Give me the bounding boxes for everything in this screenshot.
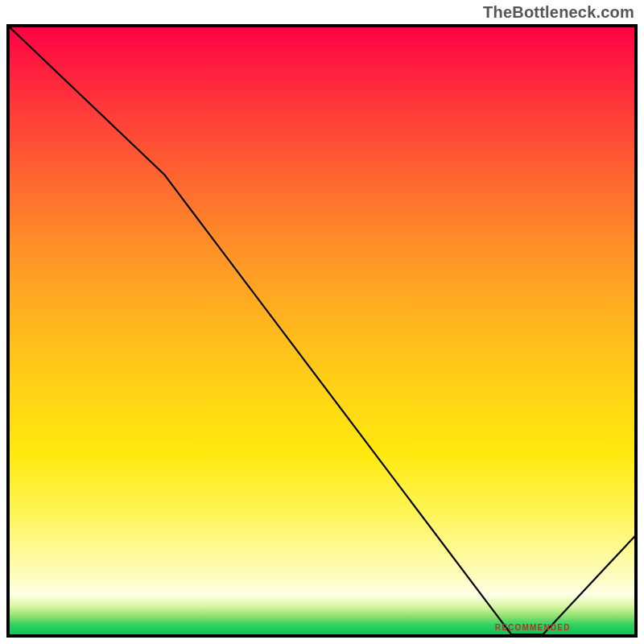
chart-line-layer	[6, 24, 638, 638]
chart-area: RECOMMENDED	[6, 24, 638, 638]
bottleneck-curve	[6, 24, 638, 634]
watermark-text: TheBottleneck.com	[483, 3, 634, 22]
recommended-label: RECOMMENDED	[495, 623, 571, 632]
